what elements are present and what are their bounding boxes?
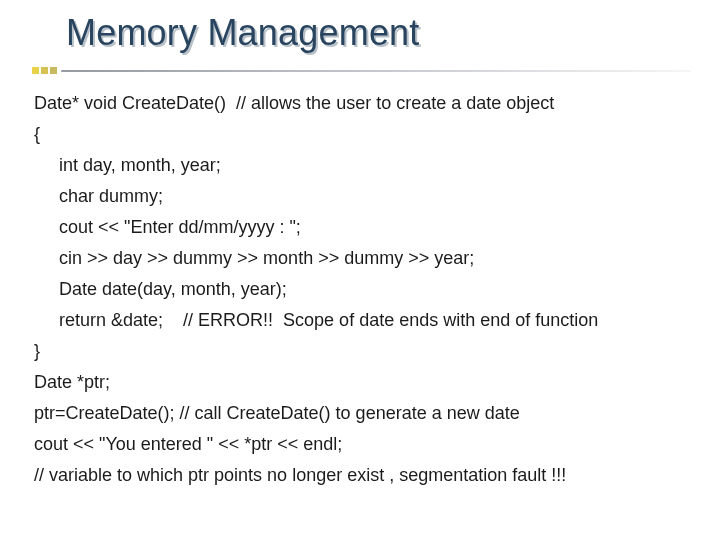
accent-square bbox=[50, 67, 57, 74]
code-line: cout << "Enter dd/mm/yyyy : "; bbox=[34, 212, 698, 243]
code-line: cout << "You entered " << *ptr << endl; bbox=[34, 429, 698, 460]
code-line: cin >> day >> dummy >> month >> dummy >>… bbox=[34, 243, 698, 274]
accent-square bbox=[41, 67, 48, 74]
accent-squares bbox=[32, 67, 57, 74]
code-line: // variable to which ptr points no longe… bbox=[34, 460, 698, 491]
code-line: int day, month, year; bbox=[34, 150, 698, 181]
code-line: return &date; // ERROR!! Scope of date e… bbox=[34, 305, 698, 336]
slide: Memory Management Memory Management Date… bbox=[0, 0, 720, 540]
code-line: Date date(day, month, year); bbox=[34, 274, 698, 305]
code-line: char dummy; bbox=[34, 181, 698, 212]
code-line: { bbox=[34, 119, 698, 150]
page-title: Memory Management bbox=[66, 12, 420, 54]
title-area: Memory Management Memory Management bbox=[0, 8, 720, 70]
code-line: ptr=CreateDate(); // call CreateDate() t… bbox=[34, 398, 698, 429]
code-line: } bbox=[34, 336, 698, 367]
code-line: Date* void CreateDate() // allows the us… bbox=[34, 88, 698, 119]
code-block: Date* void CreateDate() // allows the us… bbox=[34, 88, 698, 491]
code-line: Date *ptr; bbox=[34, 367, 698, 398]
title-rule bbox=[61, 70, 691, 72]
accent-square bbox=[32, 67, 39, 74]
